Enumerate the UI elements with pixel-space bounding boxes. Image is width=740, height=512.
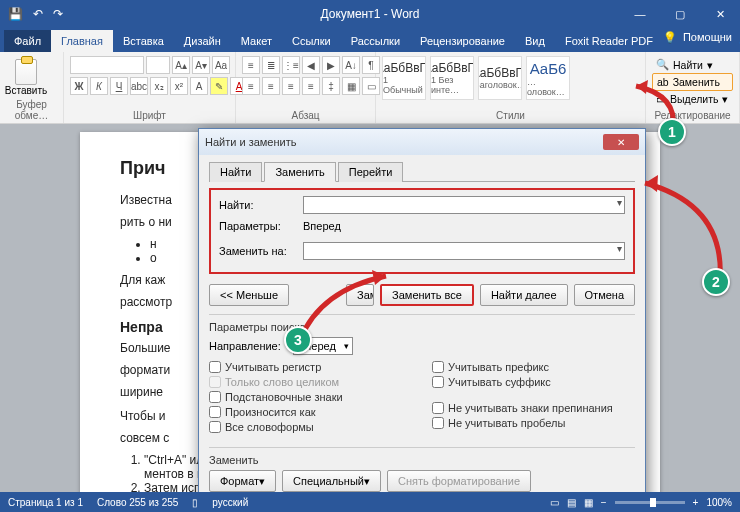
underline-button[interactable]: Ч	[110, 77, 128, 95]
view-print-icon[interactable]: ▤	[567, 497, 576, 508]
style-heading1[interactable]: АаБбВвГг,Заголовок…	[478, 56, 522, 100]
chk-ignore-space[interactable]: Не учитывать пробелы	[432, 417, 635, 429]
save-icon[interactable]: 💾	[8, 7, 23, 21]
grow-font-button[interactable]: A▴	[172, 56, 190, 74]
undo-icon[interactable]: ↶	[33, 7, 43, 21]
align-center-button[interactable]: ≡	[262, 77, 280, 95]
tab-file[interactable]: Файл	[4, 30, 51, 52]
cursor-icon: ▭	[656, 93, 666, 105]
numbering-button[interactable]: ≣	[262, 56, 280, 74]
chk-suffix[interactable]: Учитывать суффикс	[432, 376, 635, 388]
ribbon: Вставить Буфер обме… A▴ A▾ Aa Ж К Ч abc …	[0, 52, 740, 124]
font-family-select[interactable]	[70, 56, 144, 74]
italic-button[interactable]: К	[90, 77, 108, 95]
zoom-value[interactable]: 100%	[706, 497, 732, 508]
chk-wildcards[interactable]: Подстановочные знаки	[209, 391, 412, 403]
group-clipboard-label: Буфер обме…	[6, 99, 57, 121]
find-replace-dialog: Найти и заменить ✕ Найти Заменить Перейт…	[198, 128, 646, 503]
tab-layout[interactable]: Макет	[231, 30, 282, 52]
group-paragraph-label: Абзац	[242, 110, 369, 121]
style-no-spacing[interactable]: АаБбВвГг,1 Без инте…	[430, 56, 474, 100]
less-button[interactable]: << Меньше	[209, 284, 289, 306]
subscript-button[interactable]: x₂	[150, 77, 168, 95]
align-right-button[interactable]: ≡	[282, 77, 300, 95]
shrink-font-button[interactable]: A▾	[192, 56, 210, 74]
view-web-icon[interactable]: ▦	[584, 497, 593, 508]
tab-references[interactable]: Ссылки	[282, 30, 341, 52]
tab-view[interactable]: Вид	[515, 30, 555, 52]
group-font-label: Шрифт	[70, 110, 229, 121]
chk-prefix[interactable]: Учитывать префикс	[432, 361, 635, 373]
highlight-button[interactable]: ✎	[210, 77, 228, 95]
find-next-button[interactable]: Найти далее	[480, 284, 568, 306]
title-bar: 💾 ↶ ↷ Документ1 - Word — ▢ ✕	[0, 0, 740, 28]
replace-icon: ab	[657, 76, 669, 88]
dialog-close-button[interactable]: ✕	[603, 134, 639, 150]
ribbon-tabs: Файл Главная Вставка Дизайн Макет Ссылки…	[0, 28, 740, 52]
strike-button[interactable]: abc	[130, 77, 148, 95]
params-label: Параметры:	[219, 220, 297, 232]
font-size-select[interactable]	[146, 56, 170, 74]
chk-ignore-punct[interactable]: Не учитывать знаки препинания	[432, 402, 635, 414]
bold-button[interactable]: Ж	[70, 77, 88, 95]
special-button[interactable]: Специальный ▾	[282, 470, 381, 492]
find-button[interactable]: 🔍Найти ▾	[652, 56, 733, 73]
text-effects-button[interactable]: A	[190, 77, 208, 95]
help-icon[interactable]: 💡	[663, 31, 677, 44]
dialog-titlebar[interactable]: Найти и заменить ✕	[199, 129, 645, 155]
dialog-tab-replace[interactable]: Заменить	[264, 162, 335, 182]
multilevel-button[interactable]: ⋮≡	[282, 56, 300, 74]
indent-decrease-button[interactable]: ◀	[302, 56, 320, 74]
search-icon: 🔍	[656, 58, 669, 71]
format-button[interactable]: Формат ▾	[209, 470, 276, 492]
tab-home[interactable]: Главная	[51, 30, 113, 52]
replace-all-button[interactable]: Заменить все	[380, 284, 474, 306]
direction-label: Направление:	[209, 340, 287, 352]
replace-button[interactable]: abЗаменить	[652, 73, 733, 91]
zoom-in-button[interactable]: +	[693, 497, 699, 508]
indent-increase-button[interactable]: ▶	[322, 56, 340, 74]
callout-1: 1	[658, 118, 686, 146]
tab-review[interactable]: Рецензирование	[410, 30, 515, 52]
params-value: Вперед	[303, 220, 341, 232]
line-spacing-button[interactable]: ‡	[322, 77, 340, 95]
style-heading2[interactable]: АаБ6…оловок…	[526, 56, 570, 100]
tab-foxit[interactable]: Foxit Reader PDF	[555, 30, 663, 52]
dialog-tab-find[interactable]: Найти	[209, 162, 262, 182]
find-input[interactable]	[303, 196, 625, 214]
status-words[interactable]: Слово 255 из 255	[97, 497, 178, 508]
paste-button[interactable]: Вставить	[6, 56, 46, 99]
zoom-out-button[interactable]: −	[601, 497, 607, 508]
justify-button[interactable]: ≡	[302, 77, 320, 95]
redo-icon[interactable]: ↷	[53, 7, 63, 21]
superscript-button[interactable]: x²	[170, 77, 188, 95]
align-left-button[interactable]: ≡	[242, 77, 260, 95]
callout-2: 2	[702, 268, 730, 296]
callout-3: 3	[284, 326, 312, 354]
sort-button[interactable]: A↓	[342, 56, 360, 74]
minimize-button[interactable]: —	[620, 0, 660, 28]
document-title: Документ1 - Word	[320, 7, 419, 21]
zoom-slider[interactable]	[615, 501, 685, 504]
chk-sounds-like[interactable]: Произносится как	[209, 406, 412, 418]
tab-insert[interactable]: Вставка	[113, 30, 174, 52]
dialog-tab-goto[interactable]: Перейти	[338, 162, 404, 182]
status-language[interactable]: русский	[212, 497, 248, 508]
replace-one-button[interactable]: Заменить	[346, 284, 374, 306]
shading-button[interactable]: ▦	[342, 77, 360, 95]
change-case-button[interactable]: Aa	[212, 56, 230, 74]
replace-group-label: Заменить	[209, 454, 635, 466]
style-normal[interactable]: АаБбВвГг,1 Обычный	[382, 56, 426, 100]
cancel-button[interactable]: Отмена	[574, 284, 635, 306]
chk-word-forms[interactable]: Все словоформы	[209, 421, 412, 433]
select-button[interactable]: ▭Выделить ▾	[652, 91, 733, 107]
chk-match-case[interactable]: Учитывать регистр	[209, 361, 412, 373]
replace-input[interactable]	[303, 242, 625, 260]
status-page[interactable]: Страница 1 из 1	[8, 497, 83, 508]
tab-mailings[interactable]: Рассылки	[341, 30, 410, 52]
bullets-button[interactable]: ≡	[242, 56, 260, 74]
chk-whole-word: Только слово целиком	[209, 376, 412, 388]
tab-design[interactable]: Дизайн	[174, 30, 231, 52]
view-read-icon[interactable]: ▭	[550, 497, 559, 508]
status-proofing-icon[interactable]: ▯	[192, 497, 198, 508]
